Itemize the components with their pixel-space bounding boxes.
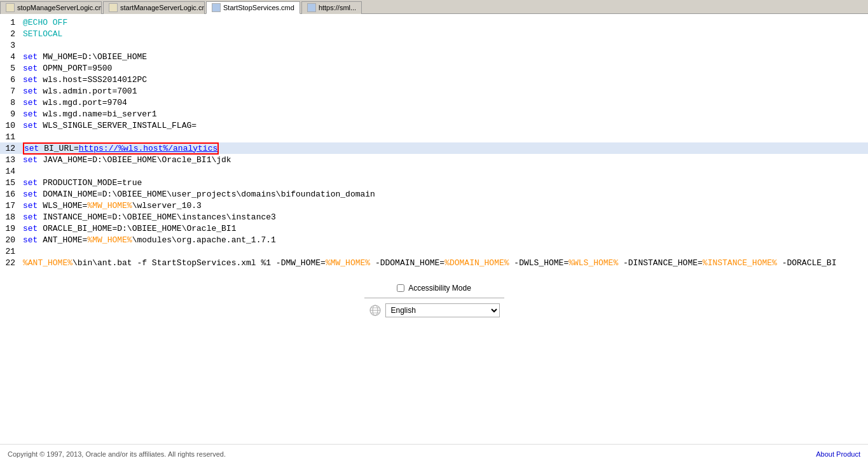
accessibility-checkbox[interactable] [397,284,404,292]
tab-1-label: stopManageServerLogic.cmd.bat [17,4,102,11]
line-content-9: set wls.mgd.name=bi_server1 [20,109,157,119]
tab-3-icon [212,3,221,12]
tab-bar: stopManageServerLogic.cmd.bat startManag… [0,0,868,14]
line-num-1: 1 [0,18,20,27]
line-num-20: 20 [0,235,20,245]
line-num-19: 19 [0,224,20,233]
tab-4-icon [307,3,316,12]
line-num-2: 2 [0,29,20,39]
line-num-16: 16 [0,190,20,199]
accessibility-label: Accessibility Mode [408,284,471,293]
language-select[interactable]: English French German Spanish Japanese C… [385,303,500,317]
line-num-13: 13 [0,155,20,165]
code-line-6: 6 set wls.host=SSS2014012PC [0,74,868,85]
line-num-4: 4 [0,52,20,62]
line-content-18: set INSTANCE_HOME=D:\OBIEE_HOME\instance… [20,212,276,222]
code-line-1: 1 @ECHO OFF [0,17,868,28]
line-content-1: @ECHO OFF [20,18,67,27]
line-num-17: 17 [0,201,20,211]
tab-3[interactable]: StartStopServices.cmd [206,1,300,14]
line-content-6: set wls.host=SSS2014012PC [20,75,147,85]
accessibility-row: Accessibility Mode [397,284,471,293]
code-line-18: 18 set INSTANCE_HOME=D:\OBIEE_HOME\insta… [0,211,868,223]
tab-4-label: https://sml... [319,4,356,11]
line-content-16: set DOMAIN_HOME=D:\OBIEE_HOME\user_proje… [20,190,375,199]
code-line-10: 10 set WLS_SINGLE_SERVER_INSTALL_FLAG= [0,120,868,131]
line-num-10: 10 [0,121,20,130]
line-num-6: 6 [0,75,20,85]
code-line-3: 3 [0,39,868,51]
tab-2-label: startManageServerLogic.cmd.bat [120,4,205,11]
line-content-7: set wls.admin.port=7001 [20,86,137,96]
line-num-5: 5 [0,64,20,73]
line-content-13: set JAVA_HOME=D:\OBIEE_HOME\Oracle_BI1\j… [20,155,231,165]
line-num-3: 3 [0,41,20,50]
code-line-20: 20 set ANT_HOME=%MW_HOME%\modules\org.ap… [0,234,868,245]
tab-2-icon [109,3,118,12]
line-content-19: set ORACLE_BI_HOME=D:\OBIEE_HOME\Oracle_… [20,224,236,233]
line-content-4: set MW_HOME=D:\OBIEE_HOME [20,52,147,62]
tab-1[interactable]: stopManageServerLogic.cmd.bat [0,1,102,14]
middle-section: Accessibility Mode English French German… [0,284,868,317]
code-line-8: 8 set wls.mgd.port=9704 [0,97,868,108]
line-content-22: %ANT_HOME%\bin\ant.bat -f StartStopServi… [20,258,836,268]
line-num-9: 9 [0,109,20,119]
about-product-link[interactable]: About Product [816,450,860,458]
line-content-20: set ANT_HOME=%MW_HOME%\modules\org.apach… [20,235,276,245]
code-line-7: 7 set wls.admin.port=7001 [0,85,868,97]
line-num-21: 21 [0,247,20,256]
footer-copyright: Copyright © 1997, 2013, Oracle and/or it… [8,450,226,458]
line-content-5: set OPMN_PORT=9500 [20,64,112,73]
language-row: English French German Spanish Japanese C… [369,303,500,317]
code-line-5: 5 set OPMN_PORT=9500 [0,62,868,74]
code-editor: 1 @ECHO OFF 2 SETLOCAL 3 4 set MW_HOME=D… [0,14,868,271]
tab-3-label: StartStopServices.cmd [223,4,294,11]
line-content-2: SETLOCAL [20,29,62,39]
code-line-17: 17 set WLS_HOME=%MW_HOME%\wlserver_10.3 [0,200,868,211]
line-num-11: 11 [0,132,20,142]
code-line-4: 4 set MW_HOME=D:\OBIEE_HOME [0,51,868,62]
code-line-16: 16 set DOMAIN_HOME=D:\OBIEE_HOME\user_pr… [0,188,868,200]
line-num-18: 18 [0,212,20,222]
code-line-2: 2 SETLOCAL [0,28,868,39]
line-num-14: 14 [0,167,20,176]
line-num-22: 22 [0,258,20,268]
code-line-9: 9 set wls.mgd.name=bi_server1 [0,108,868,120]
line-num-7: 7 [0,86,20,96]
line-num-15: 15 [0,178,20,188]
line-content-12: set BI_URL=https://%wls.host%/analytics [20,144,219,153]
code-line-22: 22 %ANT_HOME%\bin\ant.bat -f StartStopSe… [0,257,868,268]
globe-icon [369,304,382,317]
tab-4[interactable]: https://sml... [301,1,362,14]
code-line-14: 14 [0,165,868,177]
line-num-12: 12 [0,144,20,153]
code-line-11: 11 [0,131,868,142]
tab-2[interactable]: startManageServerLogic.cmd.bat [103,1,205,14]
code-line-19: 19 set ORACLE_BI_HOME=D:\OBIEE_HOME\Orac… [0,223,868,234]
separator-line [364,298,504,298]
line-content-10: set WLS_SINGLE_SERVER_INSTALL_FLAG= [20,121,196,130]
code-line-15: 15 set PRODUCTION_MODE=true [0,177,868,188]
line-num-8: 8 [0,98,20,107]
line-content-17: set WLS_HOME=%MW_HOME%\wlserver_10.3 [20,201,202,211]
line-content-15: set PRODUCTION_MODE=true [20,178,142,188]
line-content-8: set wls.mgd.port=9704 [20,98,127,107]
code-line-12: 12 set BI_URL=https://%wls.host%/analyti… [0,142,868,154]
footer: Copyright © 1997, 2013, Oracle and/or it… [0,444,868,463]
code-line-13: 13 set JAVA_HOME=D:\OBIEE_HOME\Oracle_BI… [0,154,868,165]
tab-1-icon [6,3,15,12]
code-line-21: 21 [0,245,868,257]
